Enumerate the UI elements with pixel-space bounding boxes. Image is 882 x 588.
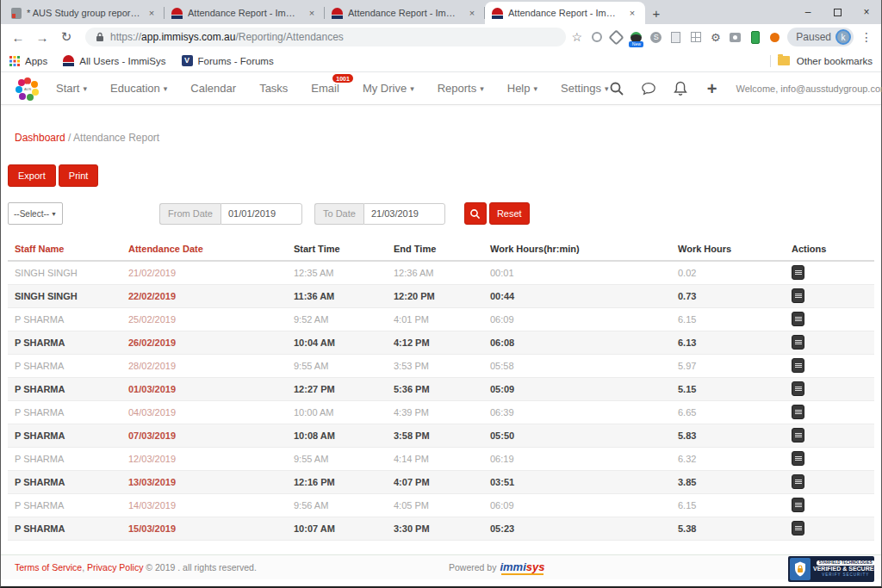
bookmark-all-users[interactable]: All Users - ImmiSys [63, 55, 165, 66]
row-actions-button[interactable] [792, 381, 804, 396]
row-actions-button[interactable] [792, 288, 804, 303]
from-date-input[interactable] [220, 203, 302, 225]
row-actions-button[interactable] [792, 358, 804, 373]
row-actions-button[interactable] [792, 335, 804, 350]
verified-secured-seal[interactable]: STARFIELD TECHNOLOGIES VERIFIED & SECURE… [788, 556, 874, 582]
print-button[interactable]: Print [59, 164, 99, 187]
apps-shortcut[interactable]: Apps [9, 56, 47, 66]
menu-my-drive[interactable]: My Drive▾ [363, 82, 414, 95]
menu-email[interactable]: Email1001 [311, 82, 339, 95]
menu-start[interactable]: Start▾ [56, 82, 87, 95]
column-end-time[interactable]: End Time [394, 238, 490, 261]
staff-name-cell: SINGH SINGH [8, 261, 128, 284]
address-bar[interactable]: https://app.immisys.com.au/Reporting/Att… [85, 28, 566, 46]
reload-button[interactable]: ↻ [56, 27, 77, 47]
tab-close-icon[interactable]: × [466, 7, 478, 19]
attendance-date-link[interactable]: 15/03/2019 [128, 517, 294, 540]
menu-settings[interactable]: Settings▾ [561, 82, 609, 95]
chat-icon[interactable] [641, 81, 656, 96]
ring-extension-icon[interactable] [589, 30, 604, 45]
tab-close-icon[interactable]: × [626, 7, 638, 19]
adblock-extension-icon[interactable]: New [629, 30, 643, 45]
work-hours-hrmin-cell: 06:08 [490, 331, 678, 354]
table-row: P SHARMA 15/03/2019 10:07 AM 3:30 PM 05:… [8, 517, 874, 540]
column-attendance-date[interactable]: Attendance Date [128, 238, 294, 261]
attendance-date-link[interactable]: 22/02/2019 [128, 284, 294, 307]
row-actions-button[interactable] [792, 498, 804, 512]
attendance-date-link[interactable]: 01/03/2019 [128, 377, 294, 400]
menu-tasks[interactable]: Tasks [259, 82, 288, 95]
profile-button[interactable]: Paused k [787, 28, 854, 46]
to-date-input[interactable] [363, 203, 445, 225]
column-start-time[interactable]: Start Time [294, 238, 394, 261]
menu-reports[interactable]: Reports▾ [438, 82, 484, 95]
row-actions-button[interactable] [792, 451, 804, 466]
grid-extension-icon[interactable] [688, 30, 703, 45]
search-icon[interactable] [609, 81, 624, 96]
forward-button[interactable]: → [32, 27, 53, 47]
tab-aus-study[interactable]: * AUS Study group reporting tha × [4, 2, 165, 24]
staff-select-dropdown[interactable]: --Select-- ▼ [8, 202, 63, 225]
camera-extension-icon[interactable] [728, 30, 742, 45]
export-button[interactable]: Export [8, 164, 56, 187]
close-button[interactable]: × [852, 0, 881, 24]
menu-calendar[interactable]: Calendar [190, 82, 236, 95]
attendance-date-link[interactable]: 21/02/2019 [128, 261, 294, 284]
breadcrumb-separator: / [68, 132, 71, 144]
breadcrumb-dashboard-link[interactable]: Dashboard [15, 132, 65, 144]
orange-dot-extension-icon[interactable] [767, 30, 782, 45]
terms-of-service-link[interactable]: Terms of Service [15, 562, 82, 573]
row-actions-button[interactable] [792, 312, 804, 326]
attendance-date-link[interactable]: 07/03/2019 [128, 424, 294, 447]
row-actions-button[interactable] [792, 474, 804, 489]
attendance-date-link[interactable]: 04/03/2019 [128, 400, 294, 424]
end-time-cell: 4:12 PM [394, 331, 490, 354]
column-staff-name[interactable]: Staff Name [8, 238, 128, 261]
menu-help[interactable]: Help▾ [507, 82, 537, 95]
bookmark-forums[interactable]: V Forums - Forums [182, 55, 274, 66]
new-tab-button[interactable]: + [645, 2, 668, 24]
document-extension-icon[interactable] [668, 30, 683, 45]
recycle-extension-icon[interactable] [609, 30, 624, 45]
tab-title: Attendance Report - ImmiSys [508, 8, 621, 18]
attendance-date-link[interactable]: 25/02/2019 [128, 307, 294, 331]
attendance-date-link[interactable]: 26/02/2019 [128, 331, 294, 354]
row-actions-button[interactable] [792, 265, 804, 280]
tab-close-icon[interactable]: × [146, 7, 158, 19]
row-actions-button[interactable] [792, 428, 804, 443]
column-work-hours[interactable]: Work Hours [678, 238, 792, 261]
browser-menu-icon[interactable]: ⋮ [859, 30, 874, 44]
reset-button[interactable]: Reset [489, 202, 530, 225]
tab-attendance-active[interactable]: Attendance Report - ImmiSys × [485, 2, 645, 24]
bell-icon[interactable] [673, 81, 688, 96]
attendance-date-link[interactable]: 12/03/2019 [128, 447, 294, 470]
tab-strip: * AUS Study group reporting tha × Attend… [1, 0, 881, 24]
phone-extension-icon[interactable] [748, 30, 762, 45]
work-hours-cell: 6.65 [678, 400, 792, 424]
row-actions-button[interactable] [792, 405, 804, 419]
row-actions-button[interactable] [792, 521, 804, 535]
work-hours-cell: 0.02 [678, 261, 792, 284]
welcome-user-menu[interactable]: Welcome, info@ausstudygroup.com.au▾ [736, 84, 882, 94]
tab-attendance-2[interactable]: Attendance Report - ImmiSys × [325, 2, 485, 24]
minimize-button[interactable]: – [793, 0, 823, 24]
chevron-down-icon: ▼ [51, 211, 57, 217]
bookmark-star-icon[interactable]: ☆ [569, 30, 584, 45]
attendance-date-link[interactable]: 13/03/2019 [128, 470, 294, 493]
skype-extension-icon[interactable]: S [649, 30, 663, 45]
tab-close-icon[interactable]: × [306, 7, 318, 19]
immisys-favicon-icon [332, 8, 343, 19]
back-button[interactable]: ← [8, 27, 28, 47]
table-row: P SHARMA 12/03/2019 9:55 AM 4:14 PM 06:1… [8, 447, 874, 470]
gear-extension-icon[interactable]: ⚙ [708, 30, 723, 45]
attendance-date-link[interactable]: 14/03/2019 [128, 493, 294, 517]
column-work-hours-hrmin[interactable]: Work Hours(hr:min) [490, 238, 678, 261]
other-bookmarks[interactable]: Other bookmarks [770, 55, 873, 67]
menu-education[interactable]: Education▾ [110, 82, 167, 95]
privacy-policy-link[interactable]: Privacy Policy [87, 562, 143, 573]
add-icon[interactable]: + [705, 81, 720, 96]
tab-attendance-1[interactable]: Attendance Report - ImmiSys × [165, 2, 325, 24]
attendance-date-link[interactable]: 28/02/2019 [128, 354, 294, 377]
search-button[interactable] [464, 202, 487, 225]
restore-button[interactable] [823, 0, 852, 24]
